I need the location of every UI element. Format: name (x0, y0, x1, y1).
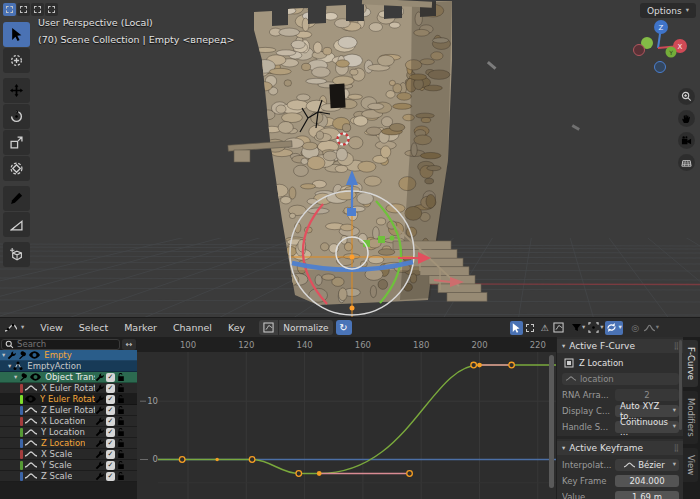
channel-row-z-euler-rotation[interactable]: Z Euler Rotation✓ (0, 405, 137, 416)
keyframe[interactable] (249, 457, 255, 463)
tool-add-cube[interactable] (3, 242, 30, 267)
keyframe[interactable] (179, 457, 185, 463)
select-mode-subtract[interactable] (31, 3, 44, 16)
options-button[interactable]: Options ▾ (640, 3, 696, 18)
tool-scale[interactable] (3, 130, 30, 155)
curve-icon[interactable] (25, 439, 37, 447)
tool-annotate[interactable] (3, 186, 30, 211)
channel-enable-checkbox[interactable]: ✓ (106, 417, 115, 426)
show-hidden-button[interactable] (524, 321, 537, 335)
wrench-icon[interactable] (95, 450, 104, 459)
handle-smoothing-dropdown[interactable]: Continuous ...▾ (615, 421, 679, 433)
keyframe[interactable] (477, 363, 482, 368)
channel-row-x-euler-rotation[interactable]: X Euler Rotation✓ (0, 383, 137, 394)
channel-enable-checkbox[interactable]: ✓ (106, 406, 115, 415)
menu-marker[interactable]: Marker (116, 322, 165, 333)
menu-view[interactable]: View (32, 322, 71, 333)
menu-select[interactable]: Select (71, 322, 116, 333)
channel-row-y-scale[interactable]: Y Scale✓ (0, 460, 137, 471)
search-text-input[interactable] (17, 339, 116, 349)
perspective-toggle-button[interactable] (678, 154, 695, 171)
wrench-icon[interactable] (95, 406, 104, 415)
eye-icon[interactable] (29, 351, 40, 359)
pin-icon[interactable] (19, 373, 28, 382)
channel-enable-checkbox[interactable]: ✓ (106, 439, 115, 448)
wrench-icon[interactable] (7, 351, 16, 360)
curve-icon[interactable] (25, 450, 37, 458)
channel-label[interactable]: Object Transfor (45, 372, 95, 382)
curve-icon[interactable] (25, 417, 37, 425)
select-mode-set[interactable] (3, 3, 16, 16)
display-color-dropdown[interactable]: Auto XYZ to...▾ (615, 405, 679, 417)
navigation-gizmo[interactable]: Z X Y (630, 18, 690, 78)
menu-channel[interactable]: Channel (165, 322, 220, 333)
pivot-point-button[interactable]: ▾ (587, 321, 604, 335)
panel-header-active-keyframe[interactable]: ▾ Active Keyframe ⣿ (557, 441, 684, 455)
channel-label[interactable]: X Location (41, 416, 85, 426)
editor-type-button[interactable]: ▾ (4, 323, 24, 333)
key-frame-field[interactable]: 204.000 (615, 475, 679, 487)
tool-measure[interactable] (3, 212, 30, 237)
channel-row-z-scale[interactable]: Z Scale✓ (0, 471, 137, 482)
axis-neg-z-ball[interactable] (655, 62, 666, 73)
only-selected-button[interactable] (510, 321, 523, 335)
wrench-icon[interactable] (95, 428, 104, 437)
select-mode-intersect[interactable] (45, 3, 58, 16)
channel-row-x-scale[interactable]: X Scale✓ (0, 449, 137, 460)
expand-icon[interactable]: ▾ (14, 373, 17, 381)
channel-label[interactable]: Z Scale (41, 471, 72, 481)
tool-cursor[interactable] (3, 48, 30, 73)
proportional-edit-button[interactable]: ◎ (629, 321, 642, 335)
keyframe[interactable] (471, 362, 477, 368)
curve-icon[interactable] (25, 428, 37, 436)
tool-rotate[interactable] (3, 104, 30, 129)
channel-label[interactable]: Z Euler Rotation (41, 405, 95, 415)
curve-icon[interactable] (25, 472, 37, 480)
falloff-button[interactable]: ▾ (643, 321, 660, 335)
tool-move[interactable] (3, 78, 30, 103)
viewport-3d[interactable]: User Perspective (Local) (70) Scene Coll… (0, 0, 700, 317)
auto-snap-button[interactable]: ▾ (605, 321, 622, 335)
channel-enable-checkbox[interactable]: ✓ (106, 461, 115, 470)
rna-path-field[interactable]: location (562, 373, 679, 385)
tool-transform[interactable] (3, 156, 30, 181)
keyframe[interactable] (296, 471, 302, 477)
channel-label[interactable]: Z Location (41, 438, 85, 448)
show-errors-button[interactable]: ⚠ (538, 321, 551, 335)
channel-row-x-location[interactable]: X Location✓ (0, 416, 137, 427)
ghost-curves-button[interactable] (552, 321, 565, 335)
panel-scrollbar[interactable] (679, 340, 682, 430)
wrench-icon[interactable] (95, 417, 104, 426)
channel-enable-checkbox[interactable]: ✓ (106, 472, 115, 481)
channel-label[interactable]: Y Location (41, 427, 85, 437)
wrench-icon[interactable] (95, 472, 104, 481)
channel-enable-checkbox[interactable]: ✓ (106, 373, 115, 382)
lock-icon[interactable] (117, 460, 125, 470)
curve-icon[interactable] (25, 406, 37, 414)
keyframe[interactable] (317, 471, 322, 476)
channel-enable-checkbox[interactable]: ✓ (106, 384, 115, 393)
tab-f-curve[interactable]: F-Curve (683, 340, 698, 387)
channel-enable-checkbox[interactable]: ✓ (106, 450, 115, 459)
expand-icon[interactable]: ▾ (2, 351, 5, 359)
lock-icon[interactable] (117, 438, 125, 448)
channel-row-y-location[interactable]: Y Location✓ (0, 427, 137, 438)
curve-icon[interactable] (25, 384, 37, 392)
lock-icon[interactable] (117, 405, 125, 415)
action-icon[interactable] (13, 361, 23, 371)
search-input[interactable] (1, 339, 120, 350)
keyframe[interactable] (215, 458, 218, 461)
lock-icon[interactable] (117, 427, 125, 437)
channel-label[interactable]: EmptyAction (27, 361, 81, 371)
lock-icon[interactable] (117, 471, 125, 481)
channel-row-y-euler-rotation[interactable]: Y Euler Rotation✓ (0, 394, 137, 405)
channel-enable-checkbox[interactable]: ✓ (106, 395, 115, 404)
channel-label[interactable]: Y Euler Rotation (40, 394, 95, 404)
zoom-button[interactable] (678, 88, 695, 105)
tab-modifiers[interactable]: Modifiers (683, 391, 698, 444)
channel-label[interactable]: X Euler Rotation (41, 383, 95, 393)
channel-label[interactable]: Y Scale (41, 460, 72, 470)
lock-icon[interactable] (117, 383, 125, 393)
pan-button[interactable] (678, 110, 695, 127)
wrench-icon[interactable] (95, 395, 104, 404)
